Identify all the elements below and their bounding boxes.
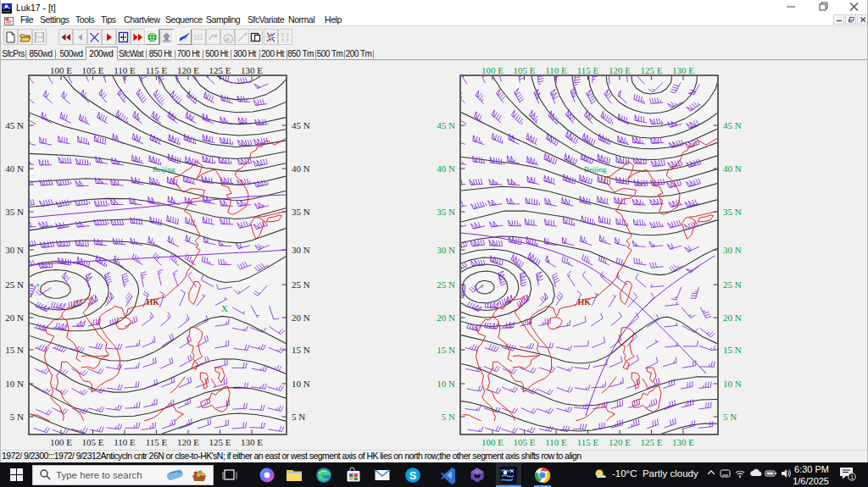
svg-text:105 E: 105 E	[82, 65, 104, 75]
svg-text:115 E: 115 E	[146, 437, 168, 447]
svg-text:40 N: 40 N	[437, 163, 455, 174]
svg-text:130 E: 130 E	[672, 437, 694, 447]
svg-text:115 E: 115 E	[577, 437, 599, 447]
svg-text:120 E: 120 E	[177, 437, 199, 447]
svg-text:X Y: X Y	[281, 32, 290, 38]
svg-text:100 E: 100 E	[481, 65, 504, 75]
svg-text:125 E: 125 E	[641, 65, 663, 75]
svg-text:Beijing: Beijing	[153, 165, 175, 174]
svg-text:120 E: 120 E	[177, 65, 199, 75]
svg-text:40 N: 40 N	[723, 163, 742, 174]
svg-text:25 N: 25 N	[723, 279, 742, 290]
svg-text:35 N: 35 N	[5, 207, 24, 217]
svg-text:105 E: 105 E	[82, 437, 104, 447]
svg-text:45 N: 45 N	[723, 120, 742, 130]
svg-text:30 N: 30 N	[437, 245, 455, 255]
svg-text:35 N: 35 N	[437, 207, 455, 217]
svg-text:45 N: 45 N	[437, 120, 455, 130]
svg-text:110 E: 110 E	[545, 437, 567, 447]
svg-text:S: S	[409, 469, 417, 482]
svg-text:15 N: 15 N	[5, 345, 24, 355]
svg-text:20 N: 20 N	[5, 313, 24, 323]
svg-text:110 E: 110 E	[114, 65, 136, 75]
svg-text:15 N: 15 N	[723, 345, 742, 355]
svg-text:35 N: 35 N	[723, 207, 742, 217]
svg-text:105 E: 105 E	[514, 437, 536, 447]
svg-text:100 E: 100 E	[50, 65, 72, 75]
svg-text:120 E: 120 E	[609, 437, 631, 447]
svg-text:15 N: 15 N	[437, 345, 455, 355]
svg-text:125 E: 125 E	[209, 437, 231, 447]
svg-text:10 N: 10 N	[437, 379, 455, 389]
svg-text:10 N: 10 N	[723, 379, 742, 389]
svg-text:20 N: 20 N	[723, 313, 742, 323]
svg-text:110 E: 110 E	[114, 437, 136, 447]
svg-text:130 E: 130 E	[241, 437, 263, 447]
svg-text:10 N: 10 N	[292, 379, 310, 389]
svg-text:40 N: 40 N	[5, 163, 24, 174]
svg-text:45 N: 45 N	[5, 120, 24, 130]
svg-text:10 N: 10 N	[5, 379, 24, 389]
svg-text:5 N: 5 N	[10, 412, 24, 422]
svg-text:20 N: 20 N	[437, 313, 455, 323]
svg-text:125 E: 125 E	[641, 437, 663, 447]
svg-text:+: +	[36, 281, 40, 290]
svg-text:25 N: 25 N	[292, 279, 310, 290]
svg-text:1: 1	[850, 473, 854, 481]
svg-text:30 N: 30 N	[292, 245, 310, 255]
svg-text:25 N: 25 N	[5, 279, 24, 290]
svg-text:130 E: 130 E	[672, 65, 694, 75]
svg-text:15 N: 15 N	[292, 345, 310, 355]
svg-text:125 E: 125 E	[209, 65, 231, 75]
svg-text:25 N: 25 N	[437, 279, 455, 290]
svg-text:30 N: 30 N	[723, 245, 742, 255]
svg-text:20 N: 20 N	[292, 313, 310, 323]
svg-text:130 E: 130 E	[241, 65, 263, 75]
svg-text:100 E: 100 E	[50, 437, 72, 447]
svg-text:5 N: 5 N	[292, 412, 305, 422]
svg-text:45 N: 45 N	[292, 120, 310, 130]
svg-text:110 E: 110 E	[545, 65, 567, 75]
svg-text:100 E: 100 E	[481, 437, 504, 447]
svg-text:5 N: 5 N	[723, 412, 737, 422]
svg-text:115 E: 115 E	[577, 65, 599, 75]
svg-text:115 E: 115 E	[146, 65, 168, 75]
svg-text:5 N: 5 N	[442, 412, 455, 422]
svg-text:HK: HK	[147, 297, 160, 307]
svg-text:HK: HK	[578, 297, 592, 307]
svg-text:30 N: 30 N	[5, 245, 24, 255]
svg-text:40 N: 40 N	[292, 163, 310, 174]
svg-text:120 E: 120 E	[609, 65, 631, 75]
svg-text:105 E: 105 E	[514, 65, 536, 75]
svg-text:X: X	[221, 303, 228, 313]
svg-text:Beijing: Beijing	[584, 165, 607, 174]
svg-text:35 N: 35 N	[292, 207, 310, 217]
svg-text:+: +	[480, 282, 484, 291]
